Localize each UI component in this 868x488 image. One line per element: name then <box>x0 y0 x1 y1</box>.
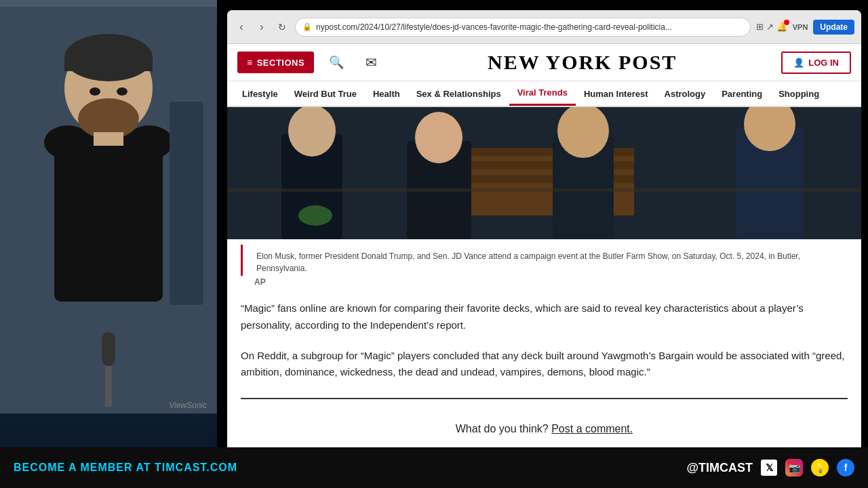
forward-button[interactable]: › <box>254 20 269 35</box>
notifications-icon[interactable]: 🔔 <box>776 22 787 32</box>
x-social-icon[interactable]: 𝕏 <box>761 460 777 476</box>
search-icon: 🔍 <box>329 55 344 70</box>
svg-point-27 <box>298 205 332 226</box>
nav-item-shopping[interactable]: Shopping <box>770 81 827 106</box>
nav-item-lifestyle[interactable]: Lifestyle <box>234 81 286 106</box>
svg-rect-11 <box>102 332 115 366</box>
lock-icon: 🔒 <box>302 22 312 31</box>
user-icon: 👤 <box>793 58 804 68</box>
nav-item-weird[interactable]: Weird But True <box>286 81 365 106</box>
update-button[interactable]: Update <box>813 20 854 35</box>
svg-point-8 <box>117 87 127 96</box>
image-source: AP <box>241 276 848 293</box>
search-button[interactable]: 🔍 <box>324 50 349 75</box>
article-paragraph-2: On Reddit, a subgroup for “Magic” player… <box>227 341 861 388</box>
browser-icons: ⊞ ↗ 🔔 <box>756 22 787 32</box>
webcam-panel: ViewSonic <box>0 0 217 447</box>
nav-item-sex[interactable]: Sex & Relationships <box>408 81 509 106</box>
extensions-icon[interactable]: ⊞ <box>756 22 764 32</box>
vpn-label: VPN <box>793 23 808 31</box>
svg-point-7 <box>90 87 100 96</box>
viewsonic-label: ViewSonic <box>169 401 207 410</box>
refresh-button[interactable]: ↻ <box>275 20 290 35</box>
microphone <box>88 332 129 413</box>
webcam-background: ViewSonic <box>0 0 217 447</box>
svg-rect-3 <box>64 58 153 71</box>
login-button[interactable]: 👤 LOG IN <box>781 52 851 74</box>
share-icon[interactable]: ↗ <box>766 22 774 32</box>
login-label: LOG IN <box>808 58 839 68</box>
article-paragraph-1: “Magic” fans online are known for compar… <box>227 293 861 341</box>
svg-rect-12 <box>105 366 112 407</box>
article-content: Elon Musk, former President Donald Trump… <box>227 107 861 458</box>
svg-point-19 <box>288 107 336 157</box>
facebook-icon[interactable]: f <box>837 459 854 476</box>
mail-button[interactable]: ✉ <box>359 50 383 75</box>
nav-item-human-interest[interactable]: Human Interest <box>576 81 656 106</box>
image-caption-container: Elon Musk, former President Donald Trump… <box>241 245 848 276</box>
nav-item-health[interactable]: Health <box>365 81 408 106</box>
svg-point-22 <box>415 112 462 163</box>
sections-button[interactable]: ≡ SECTIONS <box>237 52 314 73</box>
nav-item-parenting[interactable]: Parenting <box>713 81 770 106</box>
svg-rect-28 <box>227 188 861 192</box>
url-text: nypost.com/2024/10/27/lifestyle/does-jd-… <box>316 22 743 32</box>
post-comment-link[interactable]: Post a comment. <box>551 423 633 434</box>
section-divider <box>241 398 848 399</box>
article-image-svg <box>227 107 861 239</box>
become-text: BECOME A MEMBER AT <box>14 462 155 473</box>
address-bar[interactable]: 🔒 nypost.com/2024/10/27/lifestyle/does-j… <box>295 18 751 37</box>
browser-window: ‹ › ↻ 🔒 nypost.com/2024/10/27/lifestyle/… <box>227 10 861 458</box>
nyp-header: ≡ SECTIONS 🔍 ✉ NEW YORK POST 👤 LOG IN <box>227 44 861 81</box>
hamburger-icon: ≡ <box>247 57 253 68</box>
sections-label: SECTIONS <box>257 58 304 68</box>
back-button[interactable]: ‹ <box>234 20 249 35</box>
timcast-handle: @TIMCAST <box>686 461 753 475</box>
article-image <box>227 107 861 239</box>
svg-rect-10 <box>94 132 123 146</box>
nav-item-viral[interactable]: Viral Trends <box>509 81 576 106</box>
comment-cta: What do you think? Post a comment. <box>227 409 861 449</box>
browser-chrome: ‹ › ↻ 🔒 nypost.com/2024/10/27/lifestyle/… <box>227 10 861 44</box>
nyp-logo-text: NEW YORK POST <box>488 51 677 73</box>
comment-cta-text: What do you think? <box>456 423 549 434</box>
bottom-bar: BECOME A MEMBER AT TIMCAST.COM @TIMCAST … <box>0 447 868 488</box>
image-caption: Elon Musk, former President Donald Trump… <box>256 250 834 274</box>
bulb-icon[interactable]: 💡 <box>811 459 829 476</box>
become-member-text: BECOME A MEMBER AT TIMCAST.COM <box>14 462 237 474</box>
instagram-icon[interactable]: 📷 <box>785 459 803 476</box>
mail-icon: ✉ <box>366 54 377 70</box>
nyp-logo: NEW YORK POST <box>393 51 771 74</box>
social-icons: @TIMCAST 𝕏 📷 💡 f <box>686 459 854 476</box>
nyp-navigation: Lifestyle Weird But True Health Sex & Re… <box>227 81 861 107</box>
nav-item-astrology[interactable]: Astrology <box>656 81 714 106</box>
site-text: TIMCAST.COM <box>155 462 237 473</box>
